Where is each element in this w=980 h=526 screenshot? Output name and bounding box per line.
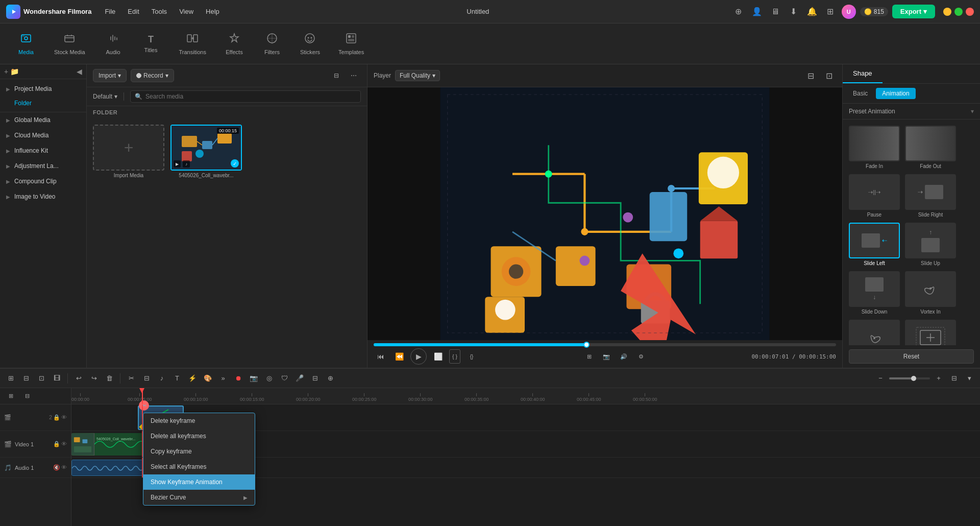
- volume-button[interactable]: 🔊: [617, 349, 631, 364]
- anim-item-fade-in[interactable]: Fade In: [849, 126, 900, 169]
- track-settings-button[interactable]: ⊡: [35, 372, 48, 385]
- stop-button[interactable]: ⬜: [431, 349, 445, 364]
- speed-button[interactable]: ⚡: [186, 372, 199, 385]
- prev-frame-button[interactable]: ⏪: [392, 349, 406, 364]
- settings-button[interactable]: ⚙: [634, 349, 648, 364]
- anim-item-slide-down[interactable]: ↓ Slide Down: [849, 271, 900, 315]
- folder-btn[interactable]: 📁: [10, 67, 19, 76]
- text-button[interactable]: T: [170, 372, 184, 385]
- more-tools-button[interactable]: »: [216, 372, 230, 385]
- anim-item-slide-left[interactable]: ⇠ Slide Left: [849, 223, 900, 266]
- anim-item-vortex-in[interactable]: Vortex In: [905, 271, 956, 315]
- tool-filters[interactable]: Filters: [254, 29, 290, 59]
- app-logo[interactable]: Wondershare Filmora: [6, 5, 91, 19]
- menu-tools[interactable]: Tools: [146, 6, 172, 17]
- track2-num-btn[interactable]: 2: [49, 414, 52, 421]
- media-file-thumb[interactable]: 00:00:15 ▶ ♪ ✓ 5405026_Coll_wavebr...: [170, 125, 242, 178]
- snap-button[interactable]: 🎞: [50, 372, 63, 385]
- anim-item-fade-out[interactable]: Fade Out: [905, 126, 956, 169]
- discover-icon[interactable]: ⊕: [731, 5, 746, 19]
- tab-animation[interactable]: Animation: [876, 88, 915, 99]
- snapshot-button[interactable]: 📷: [599, 349, 614, 364]
- tab-basic[interactable]: Basic: [847, 88, 874, 99]
- anim-item-slide-up[interactable]: ↑ Slide Up: [905, 223, 956, 266]
- track-type-button[interactable]: ⊟: [19, 372, 33, 385]
- crop-button[interactable]: ⊟: [140, 372, 153, 385]
- undo-button[interactable]: ↩: [72, 372, 85, 385]
- split-view-icon[interactable]: ⊟: [803, 68, 818, 83]
- more-options-icon[interactable]: ⋯: [347, 68, 361, 83]
- split-audio-button[interactable]: ♪: [155, 372, 168, 385]
- reset-button[interactable]: Reset: [849, 349, 974, 364]
- record-button[interactable]: Record ▾: [131, 69, 174, 82]
- capture-button[interactable]: 📷: [247, 372, 260, 385]
- sidebar-item-compound-clip[interactable]: ▶ Compound Clip: [0, 174, 86, 189]
- maximize-button[interactable]: ⊡: [954, 8, 963, 16]
- tool-effects[interactable]: Effects: [216, 29, 252, 59]
- ctx-select-all-keyframes[interactable]: Select all Keyframes: [143, 459, 255, 474]
- tool-transitions[interactable]: Transitions: [171, 29, 214, 59]
- protect-btn[interactable]: 🛡: [278, 372, 291, 385]
- video1-lock-icon[interactable]: 🔒: [53, 441, 60, 447]
- search-input[interactable]: [145, 93, 356, 100]
- tool-stickers[interactable]: Stickers: [292, 29, 328, 59]
- minimize-button[interactable]: —: [943, 8, 951, 16]
- sidebar-item-project-media[interactable]: ▶ Project Media: [0, 81, 86, 97]
- collapse-tracks-btn[interactable]: ⊟: [20, 390, 34, 403]
- folder-label[interactable]: Folder: [0, 97, 86, 110]
- zoom-in-btn[interactable]: +: [932, 372, 945, 385]
- anim-item-zoom-in[interactable]: Zoom In: [905, 320, 956, 345]
- coins-display[interactable]: 🟡 815: [860, 7, 888, 16]
- layout-chevron-btn[interactable]: ▾: [963, 372, 976, 385]
- track2-vis-icon[interactable]: 👁: [61, 414, 67, 421]
- cut-button[interactable]: ✂: [125, 372, 138, 385]
- color-button[interactable]: 🎨: [201, 372, 214, 385]
- import-media-thumb[interactable]: + Import Media: [93, 125, 164, 178]
- quality-dropdown[interactable]: Full Quality ▾: [395, 70, 440, 81]
- add-clip-btn[interactable]: ⊕: [324, 372, 337, 385]
- tool-templates[interactable]: Templates: [330, 29, 372, 59]
- time-ruler[interactable]: 00:00:00 00:00:05:00 00:00:10:00 00:00:1…: [71, 388, 980, 404]
- add-track-small-btn[interactable]: ⊞: [4, 390, 17, 403]
- frame-mode-button[interactable]: { }: [449, 349, 460, 364]
- zoom-out-btn[interactable]: −: [874, 372, 887, 385]
- account-icon[interactable]: 👤: [750, 5, 764, 19]
- media-file-box[interactable]: 00:00:15 ▶ ♪ ✓: [170, 125, 242, 171]
- motion-btn[interactable]: ◎: [262, 372, 276, 385]
- user-avatar[interactable]: U: [842, 5, 856, 19]
- export-button[interactable]: Export ▾: [892, 5, 935, 18]
- menu-view[interactable]: View: [174, 6, 199, 17]
- tool-audio[interactable]: Audio: [95, 29, 131, 59]
- menu-help[interactable]: Help: [201, 6, 225, 17]
- import-button[interactable]: Import ▾: [93, 69, 127, 82]
- anim-item-vortex-out[interactable]: Vortex Out: [849, 320, 900, 345]
- add-media-btn[interactable]: +: [4, 67, 8, 76]
- play-button[interactable]: ▶: [410, 348, 427, 365]
- track2-lock-icon[interactable]: 🔒: [53, 414, 60, 421]
- record-timeline-button[interactable]: ⏺: [232, 372, 245, 385]
- search-box[interactable]: 🔍: [130, 90, 361, 103]
- grid-icon[interactable]: ⊞: [823, 5, 838, 19]
- anim-item-pause[interactable]: ⇢||⇢ Pause: [849, 174, 900, 218]
- video1-vis-icon[interactable]: 👁: [61, 441, 67, 447]
- layout-btn[interactable]: ⊟: [947, 372, 961, 385]
- fullscreen-icon[interactable]: ⊡: [822, 68, 836, 83]
- redo-button[interactable]: ↪: [87, 372, 101, 385]
- menu-file[interactable]: File: [100, 6, 120, 17]
- sidebar-item-influence-kit[interactable]: ▶ Influence Kit: [0, 143, 86, 158]
- audio1-vis-icon[interactable]: 👁: [61, 464, 67, 471]
- delete-button[interactable]: 🗑: [103, 372, 116, 385]
- ctx-show-keyframe-animation[interactable]: Show Keyframe Animation: [143, 474, 255, 490]
- ctx-copy-keyframe[interactable]: Copy keyframe: [143, 444, 255, 459]
- tool-media[interactable]: Media: [8, 29, 44, 59]
- tab-shape[interactable]: Shape: [843, 64, 883, 83]
- progress-thumb[interactable]: [583, 342, 590, 348]
- import-media-box[interactable]: +: [93, 125, 164, 171]
- filter-icon[interactable]: ⊟: [329, 68, 344, 83]
- sidebar-item-cloud-media[interactable]: ▶ Cloud Media: [0, 128, 86, 143]
- notification-icon[interactable]: 🔔: [805, 5, 819, 19]
- rewind-button[interactable]: ⏮: [374, 349, 388, 364]
- monitor-icon[interactable]: 🖥: [768, 5, 782, 19]
- tool-stock[interactable]: Stock Media: [46, 29, 93, 59]
- audio1-mute-icon[interactable]: 🔇: [53, 464, 60, 471]
